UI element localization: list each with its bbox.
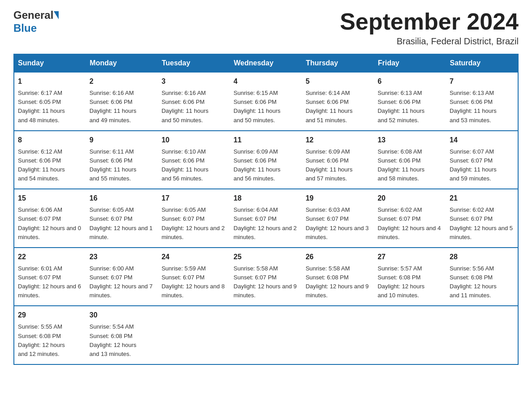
logo-triangle-icon xyxy=(54,11,59,19)
day-info: Sunrise: 6:05 AMSunset: 6:07 PMDaylight:… xyxy=(90,206,154,242)
calendar-cell: 11Sunrise: 6:09 AMSunset: 6:06 PMDayligh… xyxy=(230,131,302,189)
day-number: 14 xyxy=(450,135,514,146)
calendar-cell: 20Sunrise: 6:02 AMSunset: 6:07 PMDayligh… xyxy=(374,189,446,248)
calendar-cell: 1Sunrise: 6:17 AMSunset: 6:05 PMDaylight… xyxy=(14,72,86,131)
day-info: Sunrise: 5:57 AMSunset: 6:08 PMDaylight:… xyxy=(378,264,442,300)
col-monday: Monday xyxy=(86,54,158,72)
day-info: Sunrise: 6:08 AMSunset: 6:06 PMDaylight:… xyxy=(378,147,442,184)
day-info: Sunrise: 6:16 AMSunset: 6:06 PMDaylight:… xyxy=(90,89,154,125)
calendar-cell: 30Sunrise: 5:54 AMSunset: 6:08 PMDayligh… xyxy=(86,306,158,364)
calendar-week-row-2: 8Sunrise: 6:12 AMSunset: 6:06 PMDaylight… xyxy=(14,131,518,189)
day-number: 23 xyxy=(90,252,154,262)
calendar-cell: 29Sunrise: 5:55 AMSunset: 6:08 PMDayligh… xyxy=(14,306,86,364)
calendar-cell: 18Sunrise: 6:04 AMSunset: 6:07 PMDayligh… xyxy=(230,189,302,248)
day-number: 21 xyxy=(450,193,514,204)
calendar-cell: 3Sunrise: 6:16 AMSunset: 6:06 PMDaylight… xyxy=(158,72,230,131)
day-number: 9 xyxy=(90,135,154,146)
day-number: 24 xyxy=(162,252,227,262)
calendar-cell: 17Sunrise: 6:05 AMSunset: 6:07 PMDayligh… xyxy=(158,189,230,248)
day-number: 4 xyxy=(234,76,299,87)
day-number: 1 xyxy=(18,76,82,87)
day-info: Sunrise: 6:09 AMSunset: 6:06 PMDaylight:… xyxy=(305,147,370,184)
calendar-cell: 8Sunrise: 6:12 AMSunset: 6:06 PMDaylight… xyxy=(14,131,86,189)
day-info: Sunrise: 6:14 AMSunset: 6:06 PMDaylight:… xyxy=(305,89,370,125)
logo-general-text: General xyxy=(13,9,53,22)
day-info: Sunrise: 6:12 AMSunset: 6:06 PMDaylight:… xyxy=(18,147,82,184)
day-number: 13 xyxy=(378,135,442,146)
day-info: Sunrise: 6:03 AMSunset: 6:07 PMDaylight:… xyxy=(305,206,370,242)
day-info: Sunrise: 6:13 AMSunset: 6:06 PMDaylight:… xyxy=(450,89,514,125)
day-info: Sunrise: 5:58 AMSunset: 6:08 PMDaylight:… xyxy=(305,264,370,300)
page-header: General Blue September 2024 Brasilia, Fe… xyxy=(13,9,519,47)
calendar-cell: 2Sunrise: 6:16 AMSunset: 6:06 PMDaylight… xyxy=(86,72,158,131)
day-info: Sunrise: 6:10 AMSunset: 6:06 PMDaylight:… xyxy=(162,147,227,184)
day-number: 5 xyxy=(305,76,370,87)
col-wednesday: Wednesday xyxy=(230,54,302,72)
day-info: Sunrise: 6:02 AMSunset: 6:07 PMDaylight:… xyxy=(378,206,442,242)
calendar-cell: 13Sunrise: 6:08 AMSunset: 6:06 PMDayligh… xyxy=(374,131,446,189)
calendar-cell: 15Sunrise: 6:06 AMSunset: 6:07 PMDayligh… xyxy=(14,189,86,248)
day-info: Sunrise: 6:06 AMSunset: 6:07 PMDaylight:… xyxy=(18,206,82,242)
day-info: Sunrise: 6:05 AMSunset: 6:07 PMDaylight:… xyxy=(162,206,227,242)
day-info: Sunrise: 5:56 AMSunset: 6:08 PMDaylight:… xyxy=(450,264,514,300)
day-info: Sunrise: 6:17 AMSunset: 6:05 PMDaylight:… xyxy=(18,89,82,125)
calendar-cell: 24Sunrise: 5:59 AMSunset: 6:07 PMDayligh… xyxy=(158,248,230,306)
day-number: 26 xyxy=(305,252,370,262)
day-number: 25 xyxy=(234,252,299,262)
month-title: September 2024 xyxy=(340,9,519,34)
day-info: Sunrise: 6:02 AMSunset: 6:07 PMDaylight:… xyxy=(450,206,514,242)
day-info: Sunrise: 6:11 AMSunset: 6:06 PMDaylight:… xyxy=(90,147,154,184)
calendar-cell: 7Sunrise: 6:13 AMSunset: 6:06 PMDaylight… xyxy=(446,72,518,131)
col-friday: Friday xyxy=(374,54,446,72)
calendar-cell xyxy=(230,306,302,364)
calendar-header-row: Sunday Monday Tuesday Wednesday Thursday… xyxy=(14,54,518,72)
day-number: 10 xyxy=(162,135,227,146)
day-number: 17 xyxy=(162,193,227,204)
day-number: 16 xyxy=(90,193,154,204)
day-number: 29 xyxy=(18,310,82,321)
col-tuesday: Tuesday xyxy=(158,54,230,72)
day-info: Sunrise: 6:09 AMSunset: 6:06 PMDaylight:… xyxy=(234,147,299,184)
day-info: Sunrise: 6:07 AMSunset: 6:07 PMDaylight:… xyxy=(450,147,514,184)
calendar-cell xyxy=(446,306,518,364)
col-thursday: Thursday xyxy=(302,54,374,72)
day-number: 15 xyxy=(18,193,82,204)
day-info: Sunrise: 6:16 AMSunset: 6:06 PMDaylight:… xyxy=(162,89,227,125)
calendar-cell: 9Sunrise: 6:11 AMSunset: 6:06 PMDaylight… xyxy=(86,131,158,189)
col-saturday: Saturday xyxy=(446,54,518,72)
calendar-cell: 4Sunrise: 6:15 AMSunset: 6:06 PMDaylight… xyxy=(230,72,302,131)
day-info: Sunrise: 5:55 AMSunset: 6:08 PMDaylight:… xyxy=(18,322,82,359)
calendar-cell: 25Sunrise: 5:58 AMSunset: 6:07 PMDayligh… xyxy=(230,248,302,306)
day-number: 12 xyxy=(305,135,370,146)
calendar-cell: 22Sunrise: 6:01 AMSunset: 6:07 PMDayligh… xyxy=(14,248,86,306)
day-number: 7 xyxy=(450,76,514,87)
calendar-week-row-4: 22Sunrise: 6:01 AMSunset: 6:07 PMDayligh… xyxy=(14,248,518,306)
calendar-cell: 12Sunrise: 6:09 AMSunset: 6:06 PMDayligh… xyxy=(302,131,374,189)
calendar-cell xyxy=(374,306,446,364)
day-info: Sunrise: 6:01 AMSunset: 6:07 PMDaylight:… xyxy=(18,264,82,300)
day-info: Sunrise: 5:58 AMSunset: 6:07 PMDaylight:… xyxy=(234,264,299,300)
day-number: 8 xyxy=(18,135,82,146)
day-number: 27 xyxy=(378,252,442,262)
calendar-week-row-3: 15Sunrise: 6:06 AMSunset: 6:07 PMDayligh… xyxy=(14,189,518,248)
calendar-cell: 21Sunrise: 6:02 AMSunset: 6:07 PMDayligh… xyxy=(446,189,518,248)
title-area: September 2024 Brasilia, Federal Distric… xyxy=(340,9,519,47)
day-number: 20 xyxy=(378,193,442,204)
calendar-week-row-5: 29Sunrise: 5:55 AMSunset: 6:08 PMDayligh… xyxy=(14,306,518,364)
day-number: 3 xyxy=(162,76,227,87)
calendar-cell: 14Sunrise: 6:07 AMSunset: 6:07 PMDayligh… xyxy=(446,131,518,189)
day-info: Sunrise: 5:54 AMSunset: 6:08 PMDaylight:… xyxy=(90,322,154,359)
logo: General Blue xyxy=(13,9,60,35)
logo-blue-text: Blue xyxy=(13,22,60,35)
day-info: Sunrise: 6:00 AMSunset: 6:07 PMDaylight:… xyxy=(90,264,154,300)
day-info: Sunrise: 6:13 AMSunset: 6:06 PMDaylight:… xyxy=(378,89,442,125)
calendar-cell: 27Sunrise: 5:57 AMSunset: 6:08 PMDayligh… xyxy=(374,248,446,306)
calendar-cell xyxy=(302,306,374,364)
day-number: 11 xyxy=(234,135,299,146)
day-number: 28 xyxy=(450,252,514,262)
day-number: 22 xyxy=(18,252,82,262)
calendar-cell xyxy=(158,306,230,364)
day-info: Sunrise: 6:15 AMSunset: 6:06 PMDaylight:… xyxy=(234,89,299,125)
location-subtitle: Brasilia, Federal District, Brazil xyxy=(340,36,519,47)
calendar-cell: 28Sunrise: 5:56 AMSunset: 6:08 PMDayligh… xyxy=(446,248,518,306)
